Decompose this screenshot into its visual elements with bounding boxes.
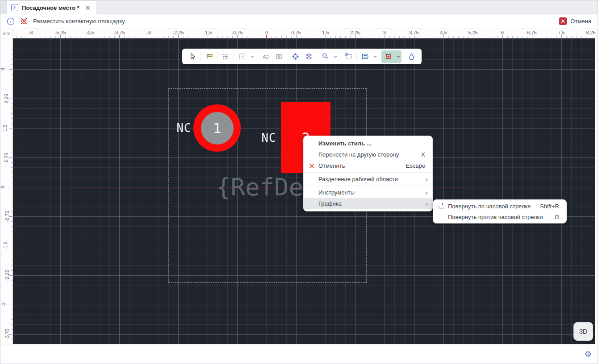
menu-item-change-style[interactable]: Изменить стиль ... [304,138,432,149]
command-bar: i Разместить контактную площадку Отмена [0,14,598,29]
menu-item-tools[interactable]: Инструменты › [304,187,432,198]
tab-footprint[interactable]: F Посадочное место * [6,0,97,14]
svg-text:A: A [262,54,266,59]
rotate-clockwise-icon [438,203,445,210]
tab-close-icon[interactable] [85,4,91,11]
canvas-toolbar: A a [182,49,422,64]
pad-1-net-label: NC [176,121,191,135]
context-menu: Изменить стиль ... Перенести на другую с… [303,136,433,211]
pad-tool-icon[interactable] [381,50,395,63]
label-tool[interactable]: a [272,50,285,63]
ruler-unit-label: mm [0,29,13,38]
cancel-label: Отмена [570,18,591,25]
vertical-ruler: 32,251,50,750-0,75-1,5-2,25-3-3,75 [0,38,13,344]
menu-separator [304,186,432,186]
zoom-tool[interactable] [318,50,332,63]
tab-bar: F Посадочное место * [0,0,598,14]
region-tool-chevron-icon[interactable] [249,50,255,63]
origin-tool[interactable] [289,50,302,63]
menu-item-rotate-clockwise[interactable]: Повернуть по часовой стрелке Shift+R [433,201,566,211]
view-3d-button[interactable]: 3D [573,322,593,341]
grid-settings-chevron-icon[interactable] [372,50,378,63]
tab-title: Посадочное место * [22,4,79,11]
graphics-submenu: Повернуть по часовой стрелке Shift+R Пов… [433,199,567,223]
pad-1-number: 1 [213,120,222,136]
info-icon[interactable]: i [7,17,15,25]
shortcut-label: X [421,151,428,158]
cancel-x-icon [559,17,567,25]
svg-text:i: i [10,19,12,24]
menu-item-cancel[interactable]: Отменить Escape [304,160,432,171]
region-tool[interactable] [235,50,249,63]
pad-tool-chevron-icon[interactable] [395,50,401,63]
shortcut-label: R [555,214,562,220]
pad-tool-icon [20,17,28,25]
active-command-label: Разместить контактную площадку [33,18,125,25]
pad-2-net-label: NC [261,131,276,145]
measure-ruler-tool[interactable] [202,50,216,63]
cancel-button[interactable]: Отмена [559,17,591,25]
shortcut-label: Shift+R [540,203,562,210]
select-cursor-tool[interactable] [186,50,199,63]
text-style-tool[interactable]: A [259,50,272,63]
grid-settings-tool[interactable] [358,50,372,63]
submenu-arrow-icon: › [426,176,428,182]
origin-crosshair-vertical [267,38,267,344]
cancel-x-icon [308,162,315,170]
svg-text:a: a [277,54,280,58]
horizontal-ruler: -6-5,25-4,5-3,75-3-2,25-1,5-0,7500,751,5… [13,29,598,38]
app-window: F Посадочное место * i Разместить контак… [0,0,598,364]
layer-flip-tool[interactable] [302,50,315,63]
status-bar: ⚙ [0,344,598,364]
pad-1[interactable]: 1 [193,104,241,152]
menu-item-graphics[interactable]: Графика › [304,198,432,209]
zoom-tool-chevron-icon[interactable] [332,50,339,63]
pad-tool-selected[interactable] [381,50,401,63]
teardrop-tool[interactable] [405,50,418,63]
fit-selection-tool[interactable] [342,50,355,63]
menu-item-workspace-split[interactable]: Разделение рабочей области › [304,174,432,185]
pad-1-hole: 1 [201,112,234,145]
footprint-file-icon: F [11,4,18,11]
menu-item-move-to-other-side[interactable]: Перенести на другую сторону X [304,149,432,160]
settings-gear-icon[interactable]: ⚙ [585,350,592,358]
tab-strip-edge [0,0,6,14]
submenu-arrow-icon: › [426,189,428,196]
move-grid-tool[interactable] [219,50,232,63]
submenu-arrow-icon: › [426,200,428,207]
menu-separator [304,172,432,173]
ruler-cursor-marker [266,35,267,38]
menu-item-rotate-counterclockwise[interactable]: Повернуть против часовой стрелки R [433,211,566,222]
shortcut-label: Escape [406,162,428,169]
